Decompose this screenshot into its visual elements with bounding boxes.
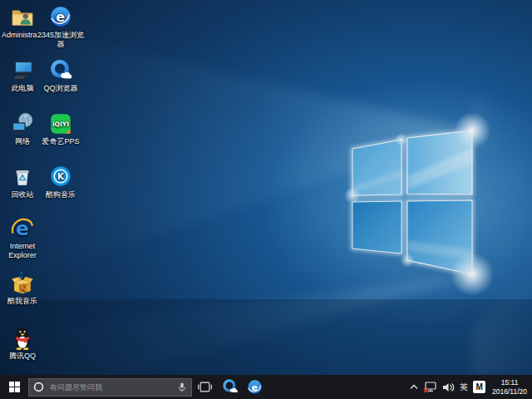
recycle-bin-icon xyxy=(10,165,35,190)
this-pc-icon xyxy=(10,58,35,83)
clock-date: 2016/11/20 xyxy=(492,387,527,397)
qq-browser-icon xyxy=(48,58,73,83)
desktop-icon-kugou-music[interactable]: K 酷狗音乐 xyxy=(35,165,86,200)
desktop-icon-qq-browser[interactable]: QQ浏览器 xyxy=(35,58,86,93)
microphone-icon[interactable] xyxy=(177,382,187,393)
taskbar-2345-browser-button[interactable]: e xyxy=(242,375,267,399)
iqiyi-pps-icon: iQIYI xyxy=(48,111,73,136)
desktop-icon-label: QQ浏览器 xyxy=(43,84,77,93)
desktop-icon-label: 酷狗音乐 xyxy=(46,190,76,200)
tray-network-status[interactable] xyxy=(423,375,437,399)
desktop-icon-label: 回收站 xyxy=(12,190,34,200)
desktop-icon-label: 此电脑 xyxy=(12,84,34,93)
svg-text:K: K xyxy=(20,283,27,293)
kuwo-music-icon: K ♫ xyxy=(10,271,35,296)
qq-browser-icon xyxy=(221,378,239,396)
task-view-button[interactable] xyxy=(192,375,217,399)
windows-logo-icon xyxy=(9,382,20,392)
taskbar-qq-browser-button[interactable] xyxy=(217,375,242,399)
desktop-icon-kuwo-music[interactable]: K ♫ 酷我音乐 xyxy=(0,271,45,306)
desktop-icon-label: 网络 xyxy=(15,137,30,146)
tray-ime-mode[interactable]: M xyxy=(473,375,485,399)
speaker-icon xyxy=(442,382,455,392)
task-view-icon xyxy=(198,382,212,392)
internet-explorer-icon: e xyxy=(10,216,35,241)
tray-ime-language[interactable]: 英 xyxy=(460,375,468,399)
2345-browser-icon: e xyxy=(246,378,264,396)
network-icon xyxy=(10,111,35,136)
kugou-music-icon: K xyxy=(48,165,73,190)
desktop-icon-label: Internet Explorer xyxy=(0,242,45,260)
desktop-icon-iqiyi-pps[interactable]: iQIYI 爱奇艺PPS xyxy=(35,111,86,146)
network-disconnected-icon xyxy=(423,382,437,393)
user-folder-icon xyxy=(10,5,35,30)
ime-mode-badge: M xyxy=(473,381,485,393)
cortana-icon xyxy=(33,382,44,392)
svg-text:iQIYI: iQIYI xyxy=(52,121,69,128)
chevron-up-icon xyxy=(410,384,418,390)
search-input[interactable] xyxy=(48,382,173,392)
desktop-icon-label: 腾讯QQ xyxy=(9,352,36,361)
tray-show-hidden-icons[interactable] xyxy=(410,375,418,399)
svg-text:♫: ♫ xyxy=(17,271,24,279)
tencent-qq-icon xyxy=(10,326,35,351)
clock-time: 15:11 xyxy=(501,378,519,387)
tray-volume[interactable] xyxy=(442,375,455,399)
desktop-icon-label: 酷我音乐 xyxy=(7,297,37,306)
desktop-surface: Administra... 此电脑 xyxy=(0,0,532,375)
svg-text:K: K xyxy=(57,171,65,181)
desktop-icon-label: 2345加速浏览器 xyxy=(35,31,86,49)
desktop-icon-internet-explorer[interactable]: e Internet Explorer xyxy=(0,216,45,260)
system-tray: 英 M 15:11 2016/11/20 xyxy=(410,375,532,399)
desktop-icon-label: 爱奇艺PPS xyxy=(42,137,79,146)
2345-browser-icon: e xyxy=(48,5,73,30)
start-button[interactable] xyxy=(0,375,28,399)
desktop-icon-tencent-qq[interactable]: 腾讯QQ xyxy=(0,326,45,361)
tray-clock[interactable]: 15:11 2016/11/20 xyxy=(490,378,529,396)
desktop-icon-2345-browser[interactable]: e 2345加速浏览器 xyxy=(35,5,86,49)
taskbar: e 英 M xyxy=(0,375,532,399)
cortana-search-box[interactable] xyxy=(28,378,192,397)
